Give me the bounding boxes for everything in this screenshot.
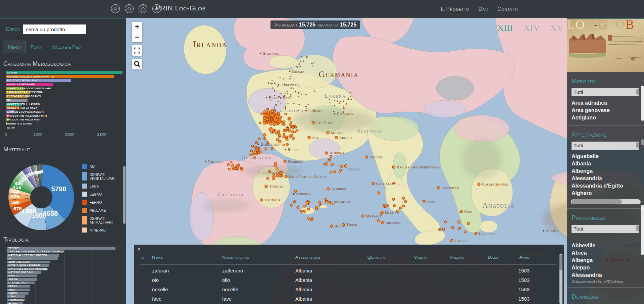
bar-row-farmacopea-e-spezieria[interactable]: Farmacopea e spezieria bbox=[0, 90, 126, 94]
city-marker[interactable] bbox=[330, 225, 333, 227]
select-scrollbar[interactable] bbox=[636, 225, 639, 231]
bar-row-alimenti[interactable]: Alimenti bbox=[0, 71, 126, 75]
bar-row-prodotti-in-pelliccia-finiti[interactable]: Prodotti in pelliccia finiti bbox=[0, 114, 126, 118]
city-marker[interactable] bbox=[423, 200, 426, 203]
city-marker[interactable] bbox=[285, 175, 287, 178]
bar-row-pesce[interactable]: Pesce bbox=[0, 285, 126, 288]
city-marker[interactable] bbox=[205, 161, 206, 162]
city-marker[interactable] bbox=[478, 183, 480, 186]
column-header-attestazione[interactable]: Attestazione bbox=[295, 255, 320, 260]
bar-row-formaggio[interactable]: Formaggio bbox=[0, 298, 126, 302]
city-marker[interactable] bbox=[293, 193, 294, 195]
bar-row-animali-e-bestiame[interactable]: Animali e bestiame bbox=[0, 83, 126, 87]
table-close-button[interactable]: X bbox=[137, 246, 141, 252]
mercato-select[interactable]: Tutti bbox=[572, 88, 639, 96]
list-item-alessandria-d-egitto[interactable]: Alessandria d'Egitto bbox=[572, 279, 644, 283]
mercato-list-scrollbar[interactable] bbox=[641, 86, 644, 121]
list-item-albenga[interactable]: Albenga bbox=[572, 168, 644, 174]
city-marker[interactable] bbox=[460, 210, 462, 213]
bar-row-spezie[interactable]: Spezie bbox=[0, 278, 126, 281]
city-marker[interactable] bbox=[326, 200, 328, 203]
bar-row-frutta[interactable]: Frutta bbox=[0, 274, 126, 277]
search-input[interactable] bbox=[23, 24, 86, 34]
column-header-nome-italiano[interactable]: Nome Italiano bbox=[222, 255, 249, 260]
left-sidebar-scrollbar[interactable] bbox=[123, 166, 126, 224]
city-marker[interactable] bbox=[265, 185, 267, 188]
city-marker[interactable] bbox=[280, 97, 281, 98]
attestazione-horizontal-scrollbar[interactable] bbox=[571, 199, 641, 204]
table-row[interactable]: favefaveAlbania1503 bbox=[134, 294, 564, 304]
tab-merci[interactable]: Merci bbox=[3, 41, 26, 53]
bar-row-altri[interactable]: Altri bbox=[0, 126, 126, 130]
tab-valute-e-pesi[interactable]: Valute e Pesi bbox=[47, 41, 86, 53]
provenienza-list-scrollbar[interactable] bbox=[641, 205, 644, 255]
list-item-africa[interactable]: Africa bbox=[572, 250, 644, 256]
map-search-button[interactable] bbox=[132, 59, 142, 69]
bar-row-metalli-non-lavorati[interactable]: Metalli non lavorati bbox=[0, 264, 126, 267]
bar-row-ovini[interactable]: Ovini bbox=[0, 295, 126, 298]
list-item-aiguebelle[interactable]: Aiguebelle bbox=[572, 153, 644, 160]
city-marker[interactable] bbox=[278, 84, 279, 86]
city-marker[interactable] bbox=[334, 113, 335, 114]
bar-row-tessuti[interactable]: Tessuti bbox=[0, 247, 126, 250]
city-marker[interactable] bbox=[335, 136, 338, 139]
table-scrollbar-thumb[interactable] bbox=[559, 255, 562, 270]
city-marker[interactable] bbox=[361, 215, 364, 217]
bar-row-oggetti-per-la-casa[interactable]: Oggetti per la casa bbox=[0, 106, 126, 110]
tab-fonti[interactable]: Fonti bbox=[26, 41, 47, 53]
column-header-id[interactable]: Id bbox=[140, 255, 144, 260]
city-marker[interactable] bbox=[437, 187, 440, 189]
century-xv[interactable]: XV bbox=[550, 22, 563, 33]
bar-row-vino[interactable]: Vino bbox=[0, 288, 126, 292]
city-marker[interactable] bbox=[308, 136, 310, 139]
century-xiii[interactable]: XIII bbox=[497, 22, 513, 33]
nav-item-il-progetto[interactable]: Il Progetto bbox=[441, 6, 469, 12]
city-marker[interactable] bbox=[365, 156, 368, 158]
column-header-anno[interactable]: Anno bbox=[519, 255, 530, 260]
bar-row-oggetti-per-il-lavoro[interactable]: Oggetti per il lavoro bbox=[0, 102, 126, 106]
bar-row-materiale-da-costruzione[interactable]: Materiale da costruzione bbox=[0, 267, 126, 271]
horizontal-scrollbar-thumb[interactable] bbox=[572, 199, 622, 204]
city-marker[interactable] bbox=[381, 221, 384, 224]
provenienza-select[interactable]: Tutti bbox=[572, 225, 639, 233]
city-marker[interactable] bbox=[392, 166, 395, 168]
zoom-out-button[interactable]: − bbox=[132, 32, 142, 42]
nav-item-contatti[interactable]: Contatti bbox=[497, 6, 518, 12]
city-marker[interactable] bbox=[543, 230, 544, 232]
select-scrollbar[interactable] bbox=[636, 89, 639, 95]
city-marker[interactable] bbox=[287, 126, 288, 128]
bar-row-equini[interactable]: Equini bbox=[0, 292, 126, 295]
list-item-albania[interactable]: Albania bbox=[572, 160, 644, 167]
bar-row-prodotti-tessili-finiti[interactable]: Prodotti tessili finiti bbox=[0, 79, 126, 83]
table-row[interactable]: oioolioAlbania1503 bbox=[134, 275, 564, 285]
column-header-valuta[interactable]: Valuta bbox=[414, 255, 427, 260]
city-marker[interactable] bbox=[285, 149, 286, 150]
bar-row-armi-ed-equipaggiamenti[interactable]: Armi ed equipaggiamenti bbox=[0, 110, 126, 114]
bar-row-materie-tintorie[interactable]: Materie tintorie bbox=[0, 271, 126, 274]
map-area[interactable]: IrlandaStamfordBrugesGermaniaAbbevilleBe… bbox=[126, 18, 644, 304]
century-xiv[interactable]: XIV bbox=[523, 22, 540, 33]
city-marker[interactable] bbox=[260, 199, 263, 201]
table-row[interactable]: nosellenocelleAlbania1503 bbox=[134, 285, 564, 294]
city-marker[interactable] bbox=[266, 97, 267, 98]
list-item-area-adriatica[interactable]: Area adriatica bbox=[572, 100, 644, 106]
column-header-valore[interactable]: Valore bbox=[450, 255, 464, 260]
bar-row-materiale-tessile-grezzo[interactable]: Materiale tessile grezzo bbox=[0, 254, 126, 257]
city-marker[interactable] bbox=[372, 182, 375, 185]
city-marker[interactable] bbox=[325, 152, 328, 154]
list-item-abbeville[interactable]: Abbeville bbox=[572, 242, 644, 249]
list-item-aleppo[interactable]: Aleppo bbox=[572, 264, 644, 271]
city-marker[interactable] bbox=[327, 188, 330, 190]
city-marker[interactable] bbox=[260, 53, 261, 54]
list-item-astigiano[interactable]: Astigiano bbox=[572, 114, 644, 121]
city-marker[interactable] bbox=[475, 232, 477, 235]
city-marker[interactable] bbox=[450, 239, 453, 242]
bar-row-semi-e-cereali[interactable]: Semi e cereali bbox=[0, 260, 126, 264]
bar-row-oggetti-di-svago[interactable]: Oggetti di svago bbox=[0, 122, 126, 126]
zoom-in-button[interactable]: + bbox=[132, 22, 142, 32]
list-item-albenga[interactable]: Albenga bbox=[572, 257, 644, 264]
bar-row-oggetti-e-prodotti-finiti-vari[interactable]: Oggetti e prodotti finiti vari bbox=[0, 87, 126, 91]
city-marker[interactable] bbox=[289, 71, 290, 72]
city-marker[interactable] bbox=[284, 160, 286, 163]
bar-row-bovini[interactable]: Bovini bbox=[0, 302, 126, 304]
